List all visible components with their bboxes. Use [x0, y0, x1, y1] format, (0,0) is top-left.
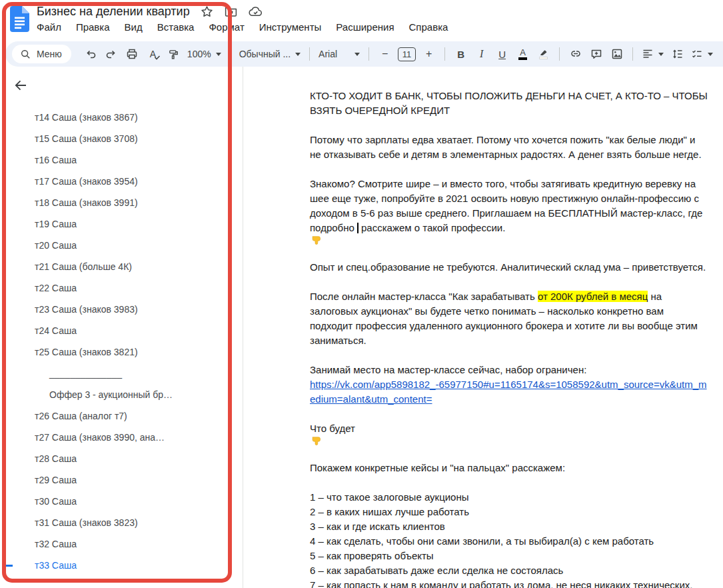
outline-item[interactable]: т28 Саша: [0, 448, 243, 469]
star-icon[interactable]: [200, 5, 214, 19]
menu-item-1[interactable]: Правка: [76, 21, 110, 33]
outline-item[interactable]: т29 Саша: [0, 469, 243, 491]
doc-paragraph[interactable]: Занимай место на мастер-классе сейчас, н…: [310, 363, 708, 407]
decrease-font-size-button[interactable]: −: [376, 45, 394, 63]
doc-list-line[interactable]: 3 – как и где искать клиентов: [310, 519, 708, 534]
image-icon: [611, 48, 623, 60]
redo-button[interactable]: [103, 45, 121, 63]
doc-paragraph[interactable]: Знакомо? Смотрите шире – и вместо того, …: [310, 177, 708, 245]
doc-paragraph[interactable]: Покажем конкретные кейсы и "на пальцах" …: [310, 461, 708, 475]
menu-search-label: Меню: [37, 49, 62, 59]
menu-item-3[interactable]: Вставка: [157, 21, 195, 33]
text-color-icon: A: [518, 48, 527, 60]
outline-item[interactable]: т16 Саша: [0, 149, 243, 171]
doc-list-line[interactable]: 2 – в каких нишах лучше работать: [310, 505, 708, 519]
paragraph-style-select[interactable]: Обычный ...: [236, 49, 304, 59]
doc-list-line[interactable]: 6 – как зарабатывать даже если сделка не…: [310, 563, 708, 578]
insert-image-button[interactable]: [608, 45, 626, 63]
active-item-indicator: [5, 565, 13, 567]
checklist-button[interactable]: [688, 48, 716, 60]
insert-link-button[interactable]: [566, 45, 584, 63]
outline-item[interactable]: т26 Саша (аналог т7): [0, 405, 243, 427]
font-size-input[interactable]: 11: [398, 47, 416, 61]
doc-list-line[interactable]: 1 – что такое залоговые аукционы: [310, 490, 708, 505]
menu-search-button[interactable]: Меню: [12, 45, 71, 63]
highlighted-text: от 200К рублей в месяц: [538, 291, 648, 302]
doc-list-line[interactable]: 7 – как попасть к нам в команду и работа…: [310, 578, 708, 588]
document-body[interactable]: КТО-ТО ХОДИТ В БАНК, ЧТОБЫ ПОЛОЖИТЬ ДЕНЬ…: [310, 89, 708, 588]
text-color-button[interactable]: A: [514, 45, 532, 63]
outline-item[interactable]: т31 Саша (знаков 3823): [0, 512, 243, 533]
outline-item[interactable]: т30 Саша: [0, 491, 243, 512]
outline-item[interactable]: ______________: [0, 363, 243, 384]
outline-item[interactable]: т15 Саша (знаков 3708): [0, 128, 243, 149]
outline-item-label: т21 Саша (больше 4К): [35, 261, 132, 272]
spellcheck-button[interactable]: A: [144, 45, 162, 63]
outline-item[interactable]: т20 Саша: [0, 235, 243, 256]
outline-item-label: т19 Саша: [35, 219, 77, 229]
outline-item-label: т30 Саша: [35, 496, 77, 507]
doc-list-line[interactable]: 4 – как сделать, чтобы они сами звонили,…: [310, 534, 708, 549]
print-button[interactable]: [123, 45, 141, 63]
chevron-down-icon: [658, 53, 664, 56]
outline-item[interactable]: т24 Саша: [0, 320, 243, 341]
outline-item[interactable]: т27 Саша (знаков 3990, ана…: [0, 427, 243, 448]
font-select[interactable]: Arial: [315, 49, 363, 59]
close-outline-button[interactable]: [11, 75, 31, 95]
menu-item-4[interactable]: Формат: [209, 21, 244, 33]
menu-item-5[interactable]: Инструменты: [259, 21, 322, 33]
outline-item-label: т28 Саша: [35, 453, 77, 464]
spellcheck-icon: A: [150, 49, 156, 59]
outline-item[interactable]: т19 Саша: [0, 213, 243, 235]
link-icon: [570, 48, 582, 60]
line-spacing-button[interactable]: [668, 45, 686, 63]
doc-paragraph[interactable]: Что будет: [310, 421, 708, 446]
outline-item[interactable]: т21 Саша (больше 4К): [0, 256, 243, 277]
outline-item[interactable]: т18 Саша (знаков 3991): [0, 192, 243, 213]
outline-item-label: т15 Саша (знаков 3708): [35, 133, 138, 144]
outline-item-label: т22 Саша: [35, 283, 77, 293]
doc-paragraph[interactable]: Опыт и спец.образование не требуются. Ан…: [310, 260, 708, 275]
align-button[interactable]: [638, 48, 667, 60]
titlebar: Бизнес на делении квартир ФайлПравкаВидВ…: [0, 0, 723, 39]
zoom-value: 100%: [187, 49, 211, 59]
google-docs-icon[interactable]: [10, 6, 29, 32]
paint-format-button[interactable]: [165, 45, 183, 63]
outline-item[interactable]: т25 Саша (знаков 3821): [0, 341, 243, 363]
italic-button[interactable]: I: [472, 45, 490, 63]
doc-list[interactable]: 1 – что такое залоговые аукционы2 – в ка…: [310, 490, 708, 588]
increase-font-size-button[interactable]: +: [420, 45, 438, 63]
document-outline-panel: т14 Саша (знаков 3867)т15 Саша (знаков 3…: [0, 67, 243, 588]
underline-button[interactable]: U: [493, 45, 511, 63]
outline-item[interactable]: т22 Саша: [0, 277, 243, 299]
outline-item[interactable]: т33 Саша: [0, 555, 243, 576]
outline-item[interactable]: т17 Саша (знаков 3954): [0, 171, 243, 192]
menu-item-0[interactable]: Файл: [37, 21, 61, 33]
toolbar-divider: [632, 47, 633, 61]
outline-item[interactable]: т14 Саша (знаков 3867): [0, 107, 243, 128]
move-to-folder-icon[interactable]: [224, 5, 238, 19]
menu-item-2[interactable]: Вид: [125, 21, 143, 33]
signup-link[interactable]: https://vk.com/app5898182_-65977150#u=11…: [310, 379, 707, 405]
outline-item[interactable]: т23 Саша (знаков 3983): [0, 299, 243, 320]
paint-roller-icon: [168, 49, 179, 60]
menubar: ФайлПравкаВидВставкаФорматИнструментыРас…: [37, 21, 448, 33]
doc-heading[interactable]: КТО-ТО ХОДИТ В БАНК, ЧТОБЫ ПОЛОЖИТЬ ДЕНЬ…: [310, 89, 708, 118]
doc-paragraph[interactable]: Потому что зарплаты едва хватает. Потому…: [310, 133, 708, 162]
menu-item-6[interactable]: Расширения: [336, 21, 394, 33]
menu-item-7[interactable]: Справка: [409, 21, 448, 33]
highlight-color-button[interactable]: [534, 45, 552, 63]
chevron-down-icon: [708, 53, 713, 56]
add-comment-button[interactable]: [587, 45, 605, 63]
bold-button[interactable]: B: [452, 45, 470, 63]
outline-item-label: т17 Саша (знаков 3954): [35, 176, 138, 187]
document-title[interactable]: Бизнес на делении квартир: [37, 5, 190, 19]
undo-button[interactable]: [82, 45, 100, 63]
zoom-select[interactable]: 100%: [184, 49, 225, 59]
doc-paragraph[interactable]: После онлайн мастер-класса "Как зарабаты…: [310, 289, 708, 348]
document-status-cloud-icon[interactable]: [248, 4, 263, 19]
chevron-down-icon: [216, 53, 221, 56]
outline-item[interactable]: т32 Саша: [0, 533, 243, 555]
outline-item[interactable]: Оффер 3 - аукционный бр…: [0, 384, 243, 405]
doc-list-line[interactable]: 5 – как проверять объекты: [310, 549, 708, 563]
